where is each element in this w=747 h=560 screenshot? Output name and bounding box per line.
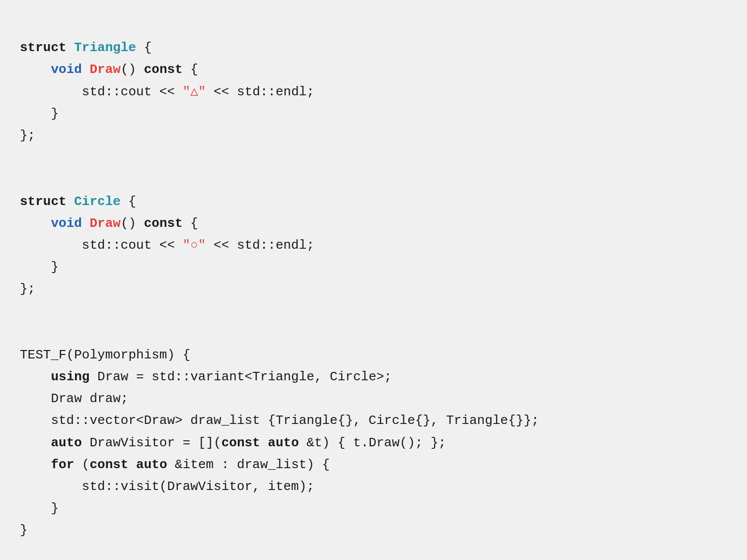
line-3: std::cout << "△" << std::endl; bbox=[20, 84, 314, 99]
line-1: struct Triangle { bbox=[20, 40, 151, 55]
line-10: std::cout << "○" << std::endl; bbox=[20, 238, 314, 253]
line-19: auto DrawVisitor = [](const auto &t) { t… bbox=[20, 435, 446, 450]
line-20: for (const auto &item : draw_list) { bbox=[20, 457, 330, 472]
line-21: std::visit(DrawVisitor, item); bbox=[20, 479, 314, 494]
line-17: Draw draw; bbox=[20, 391, 128, 406]
line-9: void Draw() const { bbox=[20, 216, 198, 231]
line-11: } bbox=[20, 260, 59, 275]
line-22: } bbox=[20, 501, 59, 516]
line-15: TEST_F(Polymorphism) { bbox=[20, 348, 190, 362]
line-8: struct Circle { bbox=[20, 194, 136, 209]
line-4: } bbox=[20, 106, 59, 121]
line-18: std::vector<Draw> draw_list {Triangle{},… bbox=[20, 413, 539, 428]
line-16: using Draw = std::variant<Triangle, Circ… bbox=[20, 369, 392, 384]
line-2: void Draw() const { bbox=[20, 62, 198, 77]
line-23: } bbox=[20, 523, 28, 538]
line-5: }; bbox=[20, 128, 35, 143]
code-display: struct Triangle { void Draw() const { st… bbox=[20, 15, 539, 542]
line-12: }; bbox=[20, 281, 35, 296]
